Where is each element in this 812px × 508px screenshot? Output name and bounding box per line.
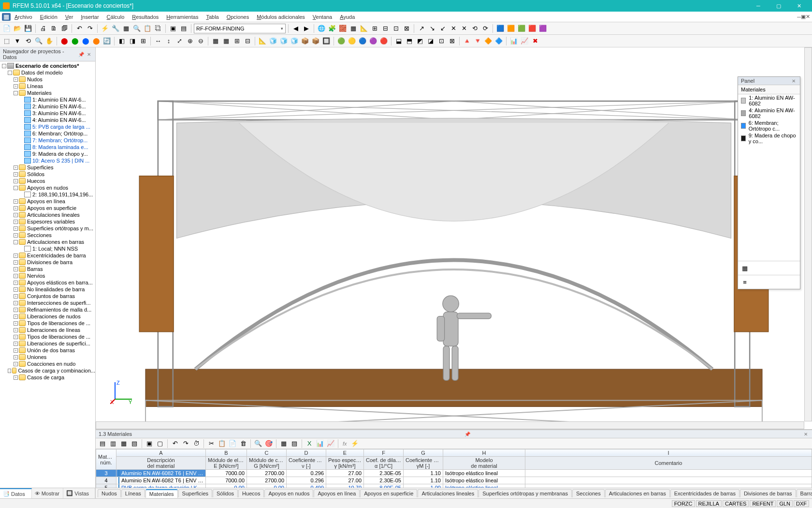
tree-item[interactable]: 7: Membran; Ortótrop... bbox=[0, 137, 95, 144]
tree-item[interactable]: +Líneas bbox=[0, 83, 95, 90]
tb-6[interactable]: 🗐 bbox=[59, 24, 69, 33]
t2-20[interactable]: ▦ bbox=[211, 36, 220, 46]
menu-ver[interactable]: Ver bbox=[61, 13, 77, 21]
tb-25[interactable]: ⊞ bbox=[370, 24, 379, 33]
table-tab-articulaciones-en-barras[interactable]: Articulaciones en barras bbox=[605, 489, 670, 497]
tt-22[interactable]: ⚡ bbox=[350, 439, 360, 448]
print-icon[interactable]: 🖨 bbox=[38, 24, 48, 33]
menu-archivo[interactable]: Archivo bbox=[11, 13, 36, 21]
tree-item[interactable]: +Articulaciones lineales bbox=[0, 211, 95, 218]
tt-18[interactable]: ▨ bbox=[290, 439, 299, 448]
t2-60[interactable]: 📊 bbox=[509, 36, 519, 46]
tree-item[interactable]: +Nudos bbox=[0, 76, 95, 83]
t2-44[interactable]: ⊡ bbox=[436, 36, 446, 46]
3d-viewport[interactable]: ZYX Panel✕ Materiales 1: Aluminio EN AW-… bbox=[96, 47, 812, 430]
t2-13[interactable]: ⊞ bbox=[138, 36, 148, 46]
t2-10[interactable]: 🔄 bbox=[102, 36, 112, 46]
tb-27[interactable]: ⊡ bbox=[391, 24, 401, 33]
t2-53[interactable]: 🔷 bbox=[494, 36, 504, 46]
tree-item[interactable]: +Coacciones en nudo bbox=[0, 360, 95, 367]
tree-item[interactable]: +Liberaciones de líneas bbox=[0, 327, 95, 333]
t2-27[interactable]: 🧊 bbox=[290, 36, 299, 46]
menu-opciones[interactable]: Opciones bbox=[223, 13, 253, 21]
tree-item[interactable]: +Tipos de liberaciones de ... bbox=[0, 320, 95, 327]
tb-10[interactable]: 🔧 bbox=[111, 24, 120, 33]
tree-item[interactable]: 8: Madera laminada e... bbox=[0, 144, 95, 150]
table-tab-superficies-ortótropas-y-membranas[interactable]: Superficies ortótropas y membranas bbox=[478, 489, 572, 497]
tt-3[interactable]: ▦ bbox=[119, 439, 129, 448]
t2-33[interactable]: 🔵 bbox=[358, 36, 367, 46]
tree-item[interactable]: +No linealidades de barra bbox=[0, 286, 95, 293]
t2-2[interactable]: ▼ bbox=[13, 36, 22, 46]
t2-12[interactable]: ◨ bbox=[128, 36, 137, 46]
tt-16[interactable]: 🎯 bbox=[264, 439, 274, 448]
t2-30[interactable]: 🔲 bbox=[321, 36, 331, 46]
navigator-tree[interactable]: -Escenario de conciertos*-Datos del mode… bbox=[0, 61, 95, 488]
close-button[interactable]: ✕ bbox=[789, 0, 809, 12]
tree-item[interactable]: +Refinamientos de malla d... bbox=[0, 306, 95, 313]
status-rejilla[interactable]: REJILLA bbox=[696, 500, 722, 507]
menu-módulos adicionales[interactable]: Módulos adicionales bbox=[253, 13, 309, 21]
table-tab-articulaciones-lineales[interactable]: Articulaciones lineales bbox=[418, 489, 478, 497]
mdi-restore[interactable]: ▣ bbox=[801, 14, 806, 20]
tree-item[interactable]: +Uniones bbox=[0, 354, 95, 360]
table-tab-superficies[interactable]: Superficies bbox=[178, 489, 212, 497]
menu-insertar[interactable]: Insertar bbox=[77, 13, 102, 21]
t2-51[interactable]: 🔻 bbox=[473, 36, 482, 46]
menu-herramientas[interactable]: Herramientas bbox=[162, 13, 202, 21]
tb-32[interactable]: ↙ bbox=[438, 24, 448, 33]
t2-17[interactable]: ⊕ bbox=[185, 36, 195, 46]
tree-item[interactable]: +Superficies ortótropas y m... bbox=[0, 225, 95, 232]
tb-9[interactable]: ⚡ bbox=[100, 24, 110, 33]
tt-4[interactable]: ▧ bbox=[130, 439, 139, 448]
tree-item[interactable]: +Apoyos en línea bbox=[0, 198, 95, 205]
t2-35[interactable]: 🔴 bbox=[379, 36, 389, 46]
tt-redo[interactable]: ↷ bbox=[181, 439, 190, 448]
tb-16[interactable]: ▤ bbox=[179, 24, 188, 33]
app-menu-icon[interactable]: ▦ bbox=[2, 13, 11, 21]
t2-32[interactable]: 🟡 bbox=[347, 36, 357, 46]
tb-nav-next[interactable]: ▶ bbox=[302, 24, 311, 33]
tree-item[interactable]: 1: Aluminio EN AW-6... bbox=[0, 96, 95, 103]
tb-36[interactable]: ⟳ bbox=[480, 24, 490, 33]
tree-item[interactable]: -Escenario de conciertos* bbox=[0, 62, 95, 69]
tb-43[interactable]: 🟥 bbox=[527, 24, 537, 33]
tb-28[interactable]: ⊠ bbox=[402, 24, 411, 33]
tree-item[interactable]: +Apoyos en superficie bbox=[0, 205, 95, 211]
tb-12[interactable]: 🔍 bbox=[132, 24, 142, 33]
nav-tab-datos[interactable]: 📑Datos bbox=[0, 488, 32, 498]
tree-item[interactable]: -Materiales bbox=[0, 90, 95, 96]
tb-40[interactable]: 🟦 bbox=[495, 24, 505, 33]
tree-item[interactable]: -Casos de carga y combinacion... bbox=[0, 367, 95, 374]
side-panel-close-icon[interactable]: ✕ bbox=[790, 78, 797, 84]
t2-22[interactable]: ⊞ bbox=[232, 36, 242, 46]
tree-item[interactable]: +Liberaciones de superfici... bbox=[0, 340, 95, 347]
tb-44[interactable]: 🟪 bbox=[538, 24, 548, 33]
t2-11[interactable]: ◧ bbox=[117, 36, 127, 46]
t2-5[interactable]: ✋ bbox=[44, 36, 54, 46]
tree-item[interactable]: 2: Aluminio EN AW-6... bbox=[0, 103, 95, 110]
tb-30[interactable]: ↗ bbox=[417, 24, 426, 33]
menu-ayuda[interactable]: Ayuda bbox=[336, 13, 359, 21]
tb-20[interactable]: 🌐 bbox=[317, 24, 326, 33]
menu-cálculo[interactable]: Cálculo bbox=[103, 13, 129, 21]
tree-item[interactable]: +Liberaciones de nudos bbox=[0, 313, 95, 320]
t2-9[interactable]: ⬤ bbox=[91, 36, 101, 46]
tb-34[interactable]: ✕ bbox=[459, 24, 469, 33]
table-tab-divisiones-de-barras[interactable]: Divisiones de barras bbox=[740, 489, 796, 497]
tt-15[interactable]: 🔍 bbox=[253, 439, 263, 448]
undo-icon[interactable]: ↶ bbox=[74, 24, 84, 33]
tt-21[interactable]: 📈 bbox=[326, 439, 335, 448]
panel-close-icon[interactable]: ✕ bbox=[86, 52, 92, 57]
tree-item[interactable]: +Espesores variables bbox=[0, 218, 95, 225]
status-refent[interactable]: REFENT bbox=[750, 500, 776, 507]
nav-tab-mostrar[interactable]: 👁Mostrar bbox=[32, 488, 64, 498]
t2-28[interactable]: 📦 bbox=[300, 36, 310, 46]
tt-copy[interactable]: 📋 bbox=[217, 439, 227, 448]
menu-tabla[interactable]: Tabla bbox=[202, 13, 222, 21]
tree-item[interactable]: 10: Acero S 235 | DIN ... bbox=[0, 157, 95, 164]
minimize-button[interactable]: ─ bbox=[748, 0, 768, 12]
tree-item[interactable]: 5: PVB carga de larga ... bbox=[0, 123, 95, 130]
tb-11[interactable]: ▦ bbox=[121, 24, 131, 33]
redo-icon[interactable]: ↷ bbox=[85, 24, 95, 33]
